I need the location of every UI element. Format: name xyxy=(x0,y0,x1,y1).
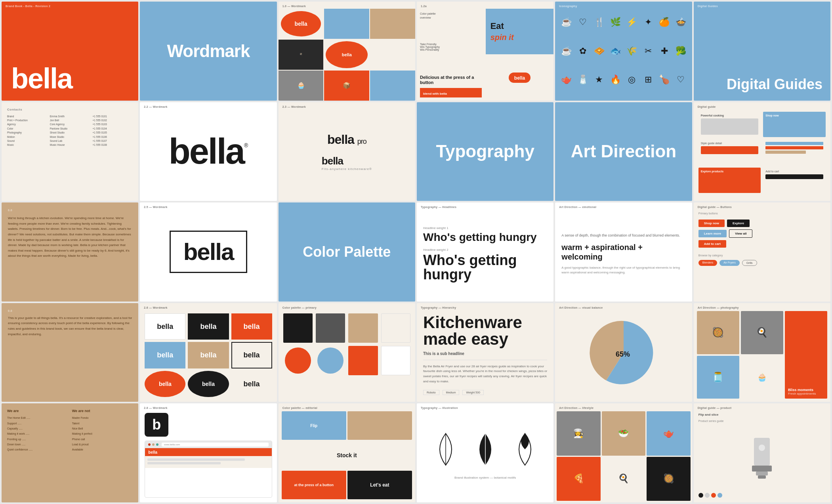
dg-panel-1: Powerful cooking xyxy=(698,112,761,137)
flip-text: Flip xyxy=(310,424,317,428)
dg-btn-explore[interactable]: Explore xyxy=(727,220,750,227)
icon-fire: 🔥 xyxy=(610,74,621,85)
svg-rect-2 xyxy=(754,438,770,466)
dg-btn-learn[interactable]: Learn more xyxy=(698,230,727,237)
r3c4-top: Typography — Headlines xyxy=(421,206,456,208)
color-dot-dark xyxy=(698,493,703,498)
kitchenware-typo-container: Kitchenware made easy This is a sub head… xyxy=(417,303,553,402)
browser-dot-red xyxy=(148,443,151,446)
pie-chart-container: 65% xyxy=(555,303,692,402)
r2c3-top: 2.3 — Wordmark xyxy=(282,105,306,108)
cell-r4c3-color-swatches: Color palette — primary xyxy=(279,303,415,402)
lifestyle-2: 🥗 xyxy=(602,411,645,455)
eat-spin-small-text: Color paletteoverview xyxy=(420,12,482,20)
r2c6-top: Digital guide xyxy=(698,105,716,108)
headline-type-label-2: Headline weight 2 xyxy=(423,248,547,252)
swatch-mid xyxy=(316,313,345,343)
dg-browse-label: Browse by category xyxy=(698,254,826,257)
dg-p4-bar2 xyxy=(765,146,823,149)
r2c2-top: 2.2 — Wordmark xyxy=(144,105,167,108)
cell-r3c3-color-palette: Color Palette xyxy=(279,202,415,302)
cell-r1c2-wordmark: Wordmark xyxy=(140,2,277,101)
dg-btn-shop[interactable]: Shop now xyxy=(698,220,725,227)
dg-cat-btn1[interactable]: Blenders xyxy=(698,260,718,266)
typography-label: Typography xyxy=(436,141,534,161)
contacts-col3: +1 555 0101+1 555 0102+1 555 0103+1 555 … xyxy=(93,115,133,196)
ed-block-1: Flip xyxy=(282,411,346,440)
icon-grid: ⊞ xyxy=(645,74,652,85)
cell-r4c2-wordmark-variants: 2.6 — Wordmark bella bella bella bella b… xyxy=(140,303,277,402)
cell-r4c6-photo-collage: Art Direction — photography 🥘 🍳 Bliss mo… xyxy=(694,303,830,402)
brand-purpose-text: This is your guide to all things bella. … xyxy=(8,315,132,396)
icon-scissors: ✂ xyxy=(645,46,652,56)
dg-btn-row1: Shop now Explore xyxy=(698,220,826,227)
browser-header: bella xyxy=(145,448,271,456)
bella-trademark: ® xyxy=(244,142,248,149)
dg-cat-btn3[interactable]: Grills xyxy=(742,260,757,266)
heading-text-1: Who's getting hungry xyxy=(423,231,547,244)
photo-collage-grid: 🥘 🍳 Bliss moments Fresh appointments 🫙 🧁 xyxy=(694,303,830,402)
browser-line1 xyxy=(147,458,245,461)
r1c5-top: Iconography xyxy=(559,5,577,8)
browser-url: www.bella.com xyxy=(162,443,268,447)
leaf-svg-1 xyxy=(430,430,462,469)
digital-guides-label: Digital Guides xyxy=(727,76,822,93)
cell-r5c5-lifestyle-photos: Art Direction — lifestyle 👩‍🍳 🥗 🫖 🍕 🍳 🥘 xyxy=(555,403,692,502)
bella-pro-container: bella pro bella Fits-anywhere kitchenwar… xyxy=(279,102,415,201)
bella-pro-block: bella pro xyxy=(327,132,366,147)
swatch-orange xyxy=(348,346,378,375)
cell-r5c1-we-are: We are The Home Edit .....Support .....C… xyxy=(2,403,138,502)
swatch-tan xyxy=(348,313,378,343)
cell-r3c5-art-warm: Art Direction — emotional A sense of dep… xyxy=(555,202,692,302)
typo-divider xyxy=(423,360,547,360)
leaf-svg-2 xyxy=(469,430,501,469)
r3c2-top: 2.5 — Wordmark xyxy=(144,206,167,208)
leaf-container: Brand illustration system — botanical mo… xyxy=(417,403,553,502)
collage-cream-rect xyxy=(370,40,415,70)
var-tan: bella xyxy=(188,342,229,368)
color-dot-orange xyxy=(711,493,716,498)
eat-bella-pill: bella xyxy=(486,55,554,101)
color-palette-label: Color Palette xyxy=(303,244,391,260)
icon-bolt: ⚡ xyxy=(626,17,637,27)
cell-r2c2-bella-black: 2.2 — Wordmark bella ® xyxy=(140,102,277,201)
icon-star: ✦ xyxy=(645,17,652,27)
browser-body xyxy=(145,456,271,468)
dg-btn-add[interactable]: Add to cart xyxy=(698,240,726,248)
cell-r4c1-brand-purpose: 0.0 This is your guide to all things bel… xyxy=(2,303,138,402)
collage-tan-rect xyxy=(370,9,415,39)
cell-r2c5-art-direction: Art Direction xyxy=(555,102,692,201)
cell-r2c4-typography: Typography xyxy=(417,102,553,201)
wordmark-title: Wordmark xyxy=(167,41,250,61)
brand-b-container: b www.bella.com bella xyxy=(140,403,277,502)
dg-btn-row2: Learn more View all xyxy=(698,229,826,238)
bella-wordmark-white: bella xyxy=(2,2,138,101)
cell-r4c5-pie-chart: Art Direction — visual balance 65% xyxy=(555,303,692,402)
heading-text-2: Who's getting hungry xyxy=(423,253,547,282)
dg-panel-3: Style guide detail xyxy=(698,139,761,165)
dg-cat-btn2[interactable]: Air Fryers xyxy=(719,260,739,266)
ed-block-2 xyxy=(347,411,412,440)
leaf-row xyxy=(430,430,541,469)
collage-orange-circle: bella xyxy=(281,11,321,36)
editorial-collage: Flip Stock it at the press of a button L… xyxy=(279,403,415,502)
bella-fits-block: bella Fits-anywhere kitchenware® xyxy=(322,155,372,171)
brand-purpose-num: 0.0 xyxy=(8,309,132,312)
icon-heart2: ♡ xyxy=(677,74,685,85)
icon-smile: ◎ xyxy=(628,74,635,85)
we-are-not-list: Madre FondoTalentNice BellMaking it perf… xyxy=(72,415,133,452)
leaf-svg-3 xyxy=(509,430,541,469)
swatch-white xyxy=(381,346,410,375)
dg-btn-view[interactable]: View all xyxy=(729,229,752,238)
var-circle-orange: bella xyxy=(145,371,185,397)
photo-accent-text: Bliss moments xyxy=(788,388,813,392)
r4c5-top: Art Direction — visual balance xyxy=(559,306,603,309)
color-dot-blue xyxy=(718,493,722,498)
r3c6-top: Digital guide — Buttons xyxy=(698,206,732,208)
r4c4-top: Typography — Hierarchy xyxy=(421,306,456,309)
var-outline: bella xyxy=(231,342,272,368)
ed-block-4: at the press of a button xyxy=(282,471,346,499)
svg-rect-6 xyxy=(758,475,766,479)
var-cream: bella xyxy=(231,371,272,397)
cell-r5c3-editorial-collage: Color palette — editorial Flip Stock it … xyxy=(279,403,415,502)
